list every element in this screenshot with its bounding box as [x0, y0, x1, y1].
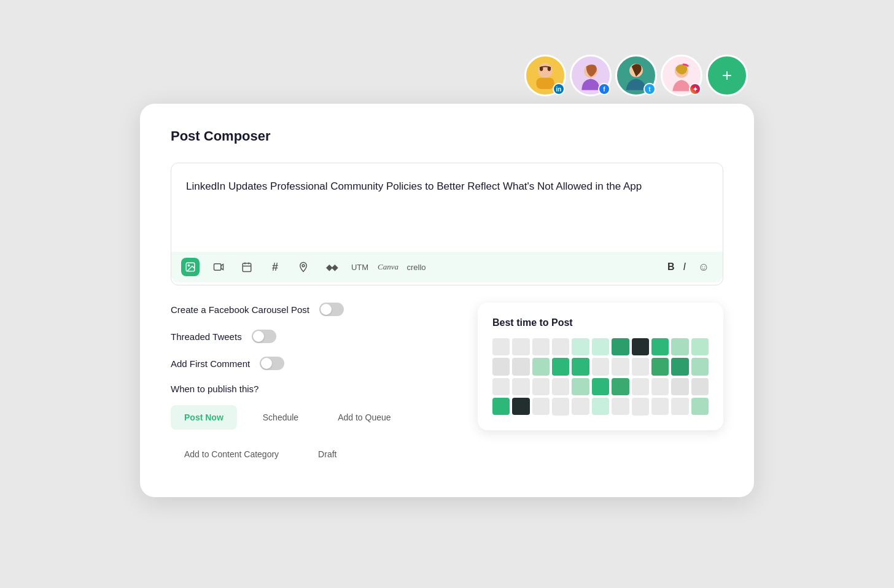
heat-cell	[572, 358, 589, 375]
editor-content[interactable]: LinkedIn Updates Professional Community …	[186, 178, 708, 252]
avatars-row: in f t	[524, 55, 748, 96]
threaded-tweets-toggle[interactable]	[252, 330, 276, 343]
heat-cell	[612, 338, 629, 355]
diamond-icon[interactable]: ◆◆	[322, 258, 341, 276]
heat-cell	[492, 338, 510, 355]
editor-area: LinkedIn Updates Professional Community …	[171, 163, 723, 285]
heat-cell	[532, 338, 550, 355]
heat-cell	[492, 358, 510, 375]
heat-cell	[671, 378, 688, 395]
when-publish-label: When to publish this?	[171, 384, 453, 394]
location-icon[interactable]	[294, 258, 313, 276]
heat-cell	[632, 338, 649, 355]
heat-cell	[691, 338, 709, 355]
video-icon[interactable]	[209, 258, 228, 276]
heat-cell	[612, 398, 629, 415]
heat-cell	[552, 358, 569, 375]
post-now-button[interactable]: Post Now	[171, 405, 237, 430]
option-first-comment: Add First Comment	[171, 357, 453, 370]
instagram-badge: ✦	[689, 83, 701, 95]
format-toolbar: B I ☺	[667, 258, 713, 276]
publish-buttons: Post Now Schedule Add to Queue Add to Co…	[171, 405, 453, 466]
heat-cell	[671, 398, 688, 415]
heat-cell	[612, 378, 629, 395]
options-left: Create a Facebook Carousel Post Threaded…	[171, 303, 453, 466]
heat-cell	[512, 358, 529, 375]
heat-cell	[691, 378, 709, 395]
svg-point-8	[188, 265, 189, 266]
heat-cell	[612, 358, 629, 375]
heat-cell	[651, 338, 669, 355]
first-comment-label: Add First Comment	[171, 358, 250, 369]
canva-label[interactable]: Canva	[379, 258, 397, 276]
heat-cell	[691, 398, 709, 415]
facebook-carousel-label: Create a Facebook Carousel Post	[171, 304, 309, 315]
heat-cell	[512, 378, 529, 395]
option-threaded-tweets: Threaded Tweets	[171, 330, 453, 343]
heat-cell	[671, 338, 688, 355]
svg-point-0	[538, 63, 553, 78]
heat-cell	[492, 378, 510, 395]
main-card: Post Composer LinkedIn Updates Professio…	[140, 104, 754, 497]
best-time-card: Best time to Post	[478, 303, 723, 430]
facebook-badge: f	[598, 83, 610, 95]
heat-cell	[592, 398, 609, 415]
svg-rect-9	[214, 264, 221, 271]
crello-label[interactable]: crello	[407, 258, 426, 276]
heat-cell	[512, 398, 529, 415]
heat-map-grid	[492, 338, 709, 416]
image-icon[interactable]	[181, 258, 200, 276]
page-title: Post Composer	[171, 128, 723, 144]
heat-cell	[572, 378, 589, 395]
svg-rect-1	[536, 78, 554, 89]
bold-button[interactable]: B	[667, 261, 675, 273]
heat-cell	[632, 378, 649, 395]
heat-cell	[651, 378, 669, 395]
calendar-icon[interactable]	[238, 258, 256, 276]
svg-point-14	[302, 265, 305, 267]
heat-cell	[632, 398, 649, 415]
add-to-queue-button[interactable]: Add to Queue	[324, 405, 404, 430]
heat-cell	[691, 358, 709, 375]
twitter-badge: t	[643, 83, 656, 95]
draft-button[interactable]: Draft	[305, 442, 350, 466]
heat-cell	[552, 378, 569, 395]
heat-cell	[512, 338, 529, 355]
heat-cell	[632, 358, 649, 375]
avatar-facebook[interactable]: f	[570, 55, 612, 96]
italic-button[interactable]: I	[683, 261, 686, 273]
heat-cell	[532, 378, 550, 395]
heat-cell	[572, 398, 589, 415]
heat-cell	[671, 358, 688, 375]
schedule-button[interactable]: Schedule	[249, 405, 312, 430]
page-wrapper: in f t	[109, 55, 785, 533]
heat-cell	[592, 338, 609, 355]
heat-cell	[592, 358, 609, 375]
editor-toolbar: # ◆◆ UTM Canva crello B	[171, 252, 723, 282]
avatar-twitter[interactable]: t	[615, 55, 657, 96]
threaded-tweets-label: Threaded Tweets	[171, 331, 242, 342]
best-time-title: Best time to Post	[492, 317, 709, 328]
options-section: Create a Facebook Carousel Post Threaded…	[171, 303, 723, 466]
svg-rect-10	[243, 263, 251, 272]
heat-cell	[572, 338, 589, 355]
linkedin-badge: in	[553, 83, 565, 95]
facebook-carousel-toggle[interactable]	[319, 303, 344, 316]
hashtag-icon[interactable]: #	[266, 258, 284, 276]
option-facebook-carousel: Create a Facebook Carousel Post	[171, 303, 453, 316]
heat-cell	[532, 358, 550, 375]
avatar-linkedin[interactable]: in	[524, 55, 566, 96]
avatar-instagram[interactable]: ✦	[661, 55, 702, 96]
first-comment-toggle[interactable]	[260, 357, 284, 370]
heat-cell	[592, 378, 609, 395]
add-account-button[interactable]: +	[706, 55, 748, 96]
heat-cell	[651, 358, 669, 375]
heat-cell	[532, 398, 550, 415]
emoji-button[interactable]: ☺	[694, 258, 713, 276]
heat-cell	[492, 398, 510, 415]
heat-cell	[651, 398, 669, 415]
utm-label[interactable]: UTM	[351, 258, 369, 276]
heat-cell	[552, 338, 569, 355]
heat-cell	[552, 398, 569, 415]
add-to-category-button[interactable]: Add to Content Category	[171, 442, 292, 466]
